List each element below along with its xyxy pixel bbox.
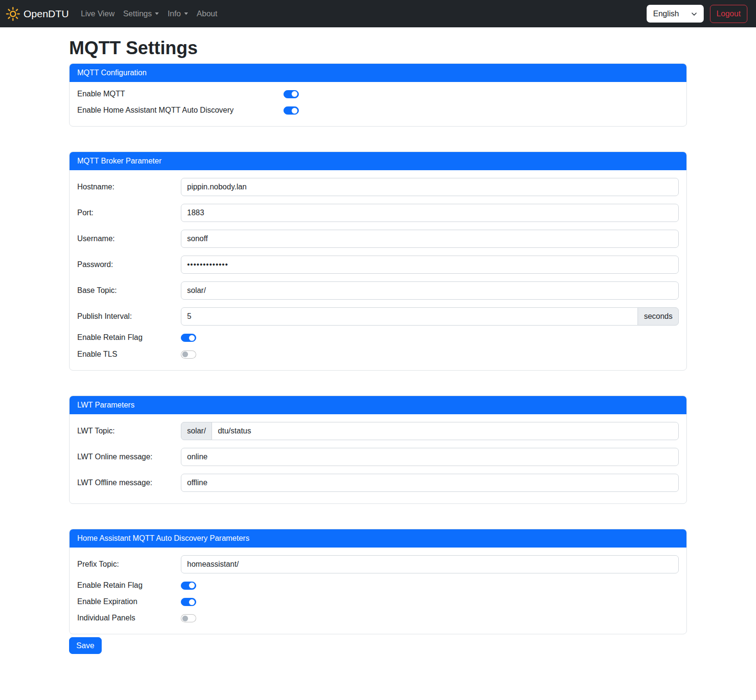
base-topic-row: Base Topic: [77,281,679,300]
publish-interval-row: Publish Interval: seconds [77,307,679,326]
lwt-body: LWT Topic: solar/ LWT Online message: LW… [70,414,686,503]
lwt-online-row: LWT Online message: [77,448,679,466]
language-select[interactable]: English [647,5,703,23]
enable-mqtt-switch[interactable] [284,90,299,98]
publish-interval-input[interactable] [181,307,638,326]
retain-flag-label: Enable Retain Flag [77,333,181,342]
page-title: MQTT Settings [69,37,687,59]
sun-icon [6,7,20,21]
save-button[interactable]: Save [69,637,102,654]
hass-expiration-switch[interactable] [181,598,196,606]
lwt-topic-row: LWT Topic: solar/ [77,422,679,440]
nav-item-info[interactable]: Info [163,5,192,22]
navbar: OpenDTU Live View Settings Info About En… [0,0,756,27]
enable-hass-discovery-label: Enable Home Assistant MQTT Auto Discover… [77,106,284,115]
enable-hass-discovery-switch[interactable] [284,106,299,115]
hostname-label: Hostname: [77,183,181,191]
caret-down-icon [155,12,159,15]
individual-panels-row: Individual Panels [77,614,679,622]
hass-expiration-label: Enable Expiration [77,597,181,606]
nav-links: Live View Settings Info About [77,5,222,22]
username-row: Username: [77,230,679,248]
mqtt-configuration-header: MQTT Configuration [70,64,686,82]
content-container: MQTT Settings MQTT Configuration Enable … [69,37,687,654]
publish-interval-unit: seconds [638,307,679,326]
individual-panels-switch[interactable] [181,614,196,622]
hass-card: Home Assistant MQTT Auto Discovery Param… [69,529,687,635]
nav-item-live-view-label: Live View [81,9,115,18]
nav-item-settings-label: Settings [123,9,152,18]
broker-card: MQTT Broker Parameter Hostname: Port: Us… [69,152,687,371]
logout-button[interactable]: Logout [710,5,747,23]
lwt-offline-label: LWT Offline message: [77,478,181,487]
individual-panels-label: Individual Panels [77,614,181,622]
lwt-topic-label: LWT Topic: [77,427,181,435]
lwt-online-input[interactable] [181,448,679,466]
brand[interactable]: OpenDTU [6,7,69,21]
mqtt-configuration-card: MQTT Configuration Enable MQTT Enable Ho… [69,63,687,127]
tls-row: Enable TLS [77,350,679,358]
username-input[interactable] [181,230,679,248]
username-label: Username: [77,234,181,243]
password-label: Password: [77,260,181,269]
brand-label: OpenDTU [24,8,69,20]
port-label: Port: [77,209,181,217]
chevron-down-icon [691,11,697,17]
password-input[interactable] [181,256,679,274]
broker-body: Hostname: Port: Username: Password: Base… [70,170,686,370]
hass-retain-switch[interactable] [181,582,196,590]
nav-item-about-label: About [197,9,217,18]
port-row: Port: [77,204,679,222]
enable-mqtt-label: Enable MQTT [77,90,284,98]
publish-interval-label: Publish Interval: [77,312,181,321]
hostname-row: Hostname: [77,178,679,196]
password-row: Password: [77,256,679,274]
navbar-right: English Logout [647,5,747,23]
nav-item-about[interactable]: About [192,5,222,22]
hass-retain-row: Enable Retain Flag [77,581,679,590]
base-topic-label: Base Topic: [77,286,181,295]
lwt-online-label: LWT Online message: [77,453,181,461]
hass-retain-label: Enable Retain Flag [77,581,181,590]
lwt-card: LWT Parameters LWT Topic: solar/ LWT Onl… [69,396,687,504]
prefix-topic-row: Prefix Topic: [77,555,679,573]
base-topic-input[interactable] [181,281,679,300]
broker-header: MQTT Broker Parameter [70,152,686,170]
hass-body: Prefix Topic: Enable Retain Flag Enable … [70,548,686,634]
enable-mqtt-row: Enable MQTT [77,90,679,98]
port-input[interactable] [181,204,679,222]
nav-item-info-label: Info [167,9,181,18]
tls-label: Enable TLS [77,350,181,359]
lwt-topic-input[interactable] [212,422,679,440]
hass-expiration-row: Enable Expiration [77,597,679,606]
prefix-topic-label: Prefix Topic: [77,560,181,569]
enable-hass-discovery-row: Enable Home Assistant MQTT Auto Discover… [77,106,679,115]
retain-flag-row: Enable Retain Flag [77,333,679,342]
caret-down-icon [184,12,188,15]
lwt-topic-prefix: solar/ [181,422,212,440]
nav-item-settings[interactable]: Settings [119,5,164,22]
lwt-header: LWT Parameters [70,396,686,414]
mqtt-configuration-body: Enable MQTT Enable Home Assistant MQTT A… [70,82,686,127]
lwt-offline-row: LWT Offline message: [77,474,679,492]
tls-switch[interactable] [181,350,196,359]
prefix-topic-input[interactable] [181,555,679,573]
hass-header: Home Assistant MQTT Auto Discovery Param… [70,529,686,548]
lwt-offline-input[interactable] [181,474,679,492]
hostname-input[interactable] [181,178,679,196]
retain-flag-switch[interactable] [181,334,196,342]
language-select-value: English [653,9,679,18]
nav-item-live-view[interactable]: Live View [77,5,119,22]
